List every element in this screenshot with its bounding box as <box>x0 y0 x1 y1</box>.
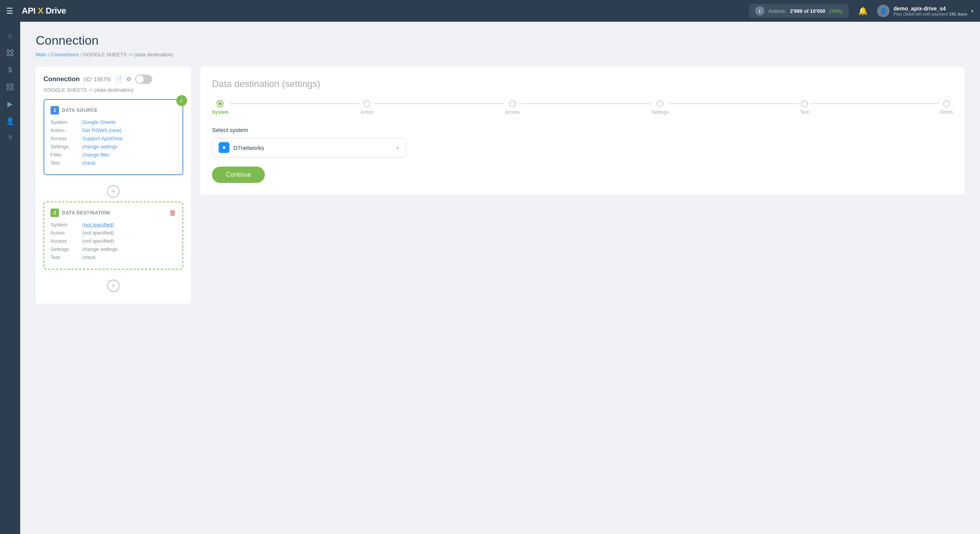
system-select-dropdown[interactable]: D7networks ∨ <box>212 138 406 157</box>
logo: APIXDrive <box>22 6 66 16</box>
step-finish-label: Finish <box>940 110 953 115</box>
data-dest-badge: 2 <box>50 209 59 217</box>
connection-toggle[interactable] <box>135 75 152 84</box>
data-source-card: 1 DATA SOURCE ✓ System Google Sheets Act… <box>43 99 183 175</box>
connection-header: Connection (ID: 19879) 📄 ⚙ <box>43 75 183 84</box>
add-between-cards: + <box>43 181 183 202</box>
breadcrumb-main[interactable]: Main <box>36 52 47 57</box>
dest-action-value: (not specified) <box>82 230 114 236</box>
step-access-circle <box>509 100 516 107</box>
steps-bar: System Action Access Settings <box>212 100 953 115</box>
step-test: Test <box>800 100 809 115</box>
add-bottom: + <box>43 276 183 296</box>
source-row-test: Test check <box>50 160 176 166</box>
svg-point-2 <box>7 54 9 56</box>
logo-api: API <box>22 6 35 16</box>
svg-rect-10 <box>7 88 9 90</box>
dest-test-value: check <box>82 254 96 260</box>
actions-pct: (30%) <box>829 8 843 14</box>
sidebar-item-services[interactable] <box>2 79 18 95</box>
dest-settings-value: change settings <box>82 246 118 252</box>
dest-row-system: System (not specified) <box>50 222 176 228</box>
selected-system-name: D7networks <box>233 144 392 151</box>
hamburger-icon[interactable]: ☰ <box>6 6 13 16</box>
connection-subtitle: GOOGLE SHEETS -> (data destination) <box>43 87 183 93</box>
avatar: 👤 <box>877 5 890 17</box>
svg-point-1 <box>11 50 13 52</box>
copy-icon[interactable]: 📄 <box>115 76 122 83</box>
info-icon: i <box>755 6 765 16</box>
connection-id: (ID: 19879) <box>84 76 111 82</box>
source-test-link[interactable]: check <box>82 160 96 166</box>
step-settings: Settings <box>652 100 668 115</box>
data-dest-title: DATA DESTINATION <box>62 210 110 216</box>
step-line-1 <box>229 103 360 104</box>
dest-system-link[interactable]: (not specified) <box>82 222 114 228</box>
chevron-down-icon: ▾ <box>971 8 974 14</box>
source-access-link[interactable]: Support ApixDrive <box>82 136 123 141</box>
data-destination-card: 2 DATA DESTINATION 🗑 System (not specifi… <box>43 202 183 270</box>
data-source-header: 1 DATA SOURCE <box>50 106 176 115</box>
svg-rect-8 <box>7 84 9 86</box>
step-system: System <box>212 100 229 115</box>
data-source-title: DATA SOURCE <box>62 108 97 113</box>
d7networks-icon <box>219 142 229 153</box>
step-system-label: System <box>212 110 229 115</box>
step-settings-label: Settings <box>652 110 668 115</box>
step-action: Action <box>360 100 373 115</box>
step-system-circle <box>217 100 224 107</box>
select-system-label: Select system <box>212 127 953 133</box>
select-chevron-icon: ∨ <box>396 144 400 151</box>
settings-gear-icon[interactable]: ⚙ <box>126 76 131 83</box>
user-info: demo_apix-drive_s4 Plan |Start| left unt… <box>893 5 967 16</box>
breadcrumb: Main / Connections / GOOGLE SHEETS -> (d… <box>36 52 964 57</box>
dest-row-action: Action (not specified) <box>50 230 176 236</box>
add-bottom-button[interactable]: + <box>107 280 120 292</box>
bell-icon[interactable]: 🔔 <box>855 6 871 16</box>
breadcrumb-current: / GOOGLE SHEETS -> (data destination) <box>80 52 173 57</box>
source-filter-link[interactable]: change filter <box>82 152 110 158</box>
step-line-2 <box>374 103 504 104</box>
dest-row-test: Test check <box>50 254 176 260</box>
source-row-access: Access Support ApixDrive <box>50 136 176 141</box>
logo-x: X <box>38 6 43 16</box>
delete-dest-icon[interactable]: 🗑 <box>169 209 176 217</box>
source-row-filter: Filter change filter <box>50 152 176 158</box>
user-plan: Plan |Start| left until payment 191 days <box>893 12 967 16</box>
step-action-label: Action <box>360 110 373 115</box>
source-action-link[interactable]: Get ROWS (new) <box>82 127 122 133</box>
step-line-3 <box>521 103 651 104</box>
data-source-badge: 1 <box>50 106 59 115</box>
connection-title: Connection <box>43 75 80 83</box>
source-system-link[interactable]: Google Sheets <box>82 119 116 125</box>
actions-badge: i Actions: 2'989 of 10'000 (30%) <box>749 4 849 18</box>
dest-row-settings: Settings change settings <box>50 246 176 252</box>
sidebar-item-connections[interactable] <box>2 45 18 61</box>
sidebar: ⌂ $ ▶ 👤 ? <box>0 22 20 534</box>
add-middle-button[interactable]: + <box>107 185 120 198</box>
sidebar-item-video[interactable]: ▶ <box>2 96 18 112</box>
sidebar-item-billing[interactable]: $ <box>2 62 18 78</box>
user-menu[interactable]: 👤 demo_apix-drive_s4 Plan |Start| left u… <box>877 5 974 17</box>
step-test-label: Test <box>800 110 809 115</box>
right-panel: Data destination (settings) System Actio… <box>200 67 964 195</box>
svg-point-3 <box>11 54 13 56</box>
sidebar-item-account[interactable]: 👤 <box>2 113 18 129</box>
logo-drive: Drive <box>45 6 66 16</box>
source-row-system: System Google Sheets <box>50 119 176 125</box>
source-settings-link[interactable]: change settings <box>82 144 118 150</box>
source-row-settings: Settings change settings <box>50 144 176 150</box>
dest-access-value: (not specified) <box>82 238 114 244</box>
columns-layout: Connection (ID: 19879) 📄 ⚙ GOOGLE SHEETS… <box>36 67 964 304</box>
svg-point-0 <box>7 50 9 52</box>
sidebar-item-help[interactable]: ? <box>2 130 18 146</box>
left-panel: Connection (ID: 19879) 📄 ⚙ GOOGLE SHEETS… <box>36 67 191 304</box>
breadcrumb-connections[interactable]: Connections <box>51 52 79 57</box>
svg-rect-9 <box>11 84 13 86</box>
step-action-circle <box>363 100 370 107</box>
sidebar-item-home[interactable]: ⌂ <box>2 28 18 43</box>
continue-button[interactable]: Continue <box>212 167 265 183</box>
main-content: Connection Main / Connections / GOOGLE S… <box>20 22 980 534</box>
right-panel-title: Data destination (settings) <box>212 78 953 89</box>
step-test-circle <box>801 100 808 107</box>
